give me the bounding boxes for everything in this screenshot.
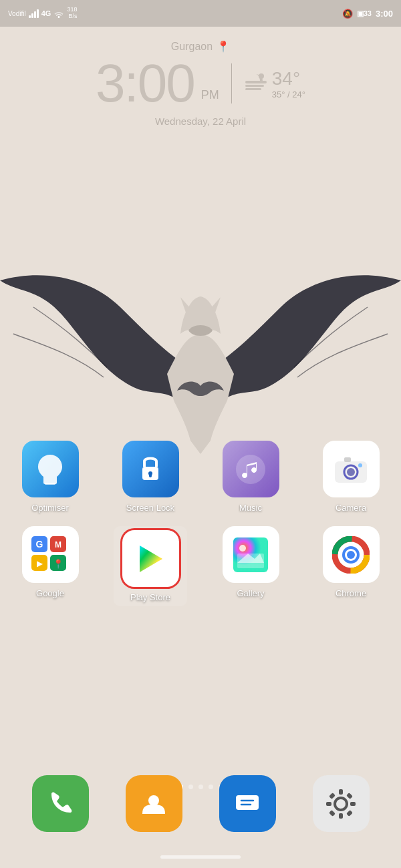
svg-rect-7 [149,474,152,477]
app-item-google[interactable]: G M ▶ 📍 Google [13,526,87,606]
location-pin-icon: 📍 [217,40,230,53]
svg-rect-40 [326,802,331,806]
dock-item-contacts[interactable] [117,775,190,835]
clock-ampm: PM [201,88,219,102]
dock-icon-settings [313,775,370,832]
app-label-gallery: Gallery [237,588,264,598]
app-icon-camera [323,441,380,497]
svg-point-13 [358,463,362,467]
app-icon-music [223,441,279,497]
app-item-music[interactable]: Music [214,441,287,513]
app-label-screenlock: Screen Lock [126,503,174,513]
clock-divider [231,63,232,103]
signal-bar-1 [29,15,31,18]
app-label-music: Music [239,503,262,513]
app-row-2: G M ▶ 📍 Google [0,526,401,606]
app-label-optimiser: Optimiser [31,503,69,513]
app-icon-google: G M ▶ 📍 [22,526,79,583]
weather-range: 35° / 24° [272,89,305,99]
signal-bars [29,9,39,18]
dock-item-phone[interactable] [23,775,97,835]
svg-rect-1 [245,85,264,87]
app-icon-optimiser [22,441,79,497]
app-item-screenlock[interactable]: Screen Lock [114,441,187,513]
app-grid: Optimiser Screen Lock Music [0,441,401,620]
svg-point-11 [347,468,355,476]
app-item-camera[interactable]: Camera [314,441,388,513]
weather-sun-icon [244,71,268,95]
mute-icon: 🔕 [342,9,353,19]
svg-text:G: G [36,539,43,550]
app-icon-chrome [323,526,380,583]
clock-widget: Gurgaon 📍 3:00 PM 34° 35° / 24° Wednesda… [0,40,401,127]
date-row: Wednesday, 22 April [0,116,401,127]
network-type: 4G [41,9,51,17]
app-label-playstore: Play Store [130,592,170,602]
app-icon-gallery [223,526,279,583]
clock-time: 3:00 [96,57,194,110]
signal-bar-4 [37,9,39,18]
app-item-playstore[interactable]: Play Store [114,526,187,606]
app-icon-screenlock [122,441,179,497]
app-item-gallery[interactable]: Gallery [214,526,287,606]
svg-rect-0 [245,81,267,83]
weather-info: 34° 35° / 24° [272,68,305,99]
svg-point-32 [347,551,355,559]
svg-rect-42 [329,793,336,799]
svg-text:📍: 📍 [53,558,64,570]
svg-rect-34 [236,795,259,810]
svg-rect-4 [45,483,55,485]
dock-icon-contacts [126,775,182,832]
dock-icon-messages [219,775,276,832]
location-row: Gurgaon 📍 [0,40,401,53]
app-icon-playstore [122,530,179,587]
status-left: Vodifil 4G 318 B/s [8,7,77,20]
dock-item-settings[interactable] [304,775,378,835]
location-label: Gurgaon [171,41,213,53]
svg-rect-44 [346,793,353,799]
weather-temp: 34° [272,68,300,89]
app-label-camera: Camera [336,503,366,513]
svg-point-3 [259,73,264,79]
svg-rect-45 [329,810,336,817]
clock-row: 3:00 PM 34° 35° / 24° [0,57,401,110]
svg-point-37 [335,798,347,810]
dock-icon-phone [32,775,89,832]
dock [0,775,401,835]
svg-rect-2 [245,88,261,90]
battery-icon: ▣33 [357,9,372,18]
status-bar: Vodifil 4G 318 B/s 🔕 ▣33 3:00 [0,0,401,27]
wifi-icon [53,9,64,18]
signal-bar-2 [31,13,33,18]
svg-rect-12 [344,457,351,462]
svg-point-25 [239,545,246,552]
app-item-optimiser[interactable]: Optimiser [13,441,87,513]
home-indicator[interactable] [160,855,241,859]
svg-text:M: M [55,540,61,550]
svg-point-8 [236,455,265,484]
dock-item-messages[interactable] [211,775,284,835]
svg-point-33 [148,795,159,806]
app-item-chrome[interactable]: Chrome [314,526,388,606]
svg-marker-22 [140,546,162,572]
app-label-google: Google [36,588,64,598]
svg-rect-43 [346,810,353,817]
network-speed: 318 B/s [67,7,77,20]
svg-rect-38 [339,789,343,795]
app-row-1: Optimiser Screen Lock Music [0,441,401,513]
carrier-label: Vodifil [8,10,26,17]
status-right: 🔕 ▣33 3:00 [342,9,393,19]
svg-rect-39 [339,813,343,819]
signal-bar-3 [34,11,36,18]
clock-status: 3:00 [376,9,393,19]
app-label-chrome: Chrome [336,588,366,598]
svg-rect-41 [350,802,356,806]
